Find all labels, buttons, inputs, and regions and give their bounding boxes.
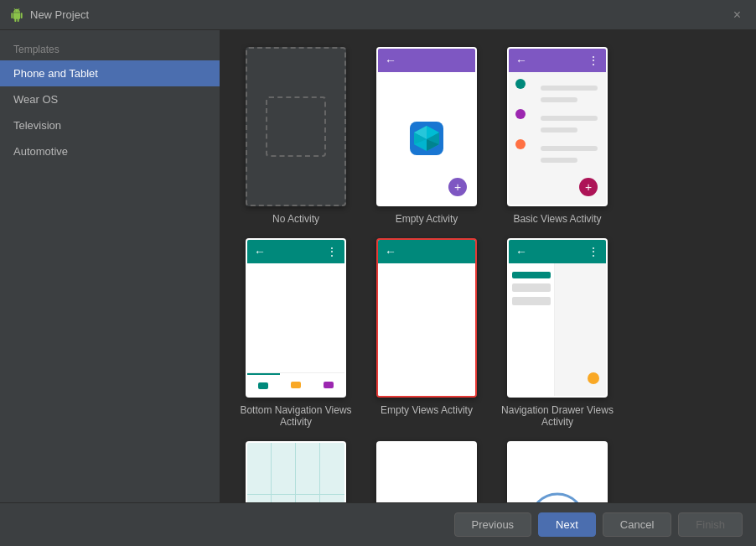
list-row-2 bbox=[509, 102, 606, 133]
bottom-nav-item-3 bbox=[312, 373, 344, 396]
bottom-nav-item-1 bbox=[247, 373, 280, 396]
template-game[interactable]: Game Activity bbox=[368, 441, 485, 502]
list-line-3 bbox=[541, 116, 598, 121]
nav-dot-1 bbox=[258, 382, 268, 389]
template-name-empty-activity: Empty Activity bbox=[396, 213, 458, 225]
footer: Previous Next Cancel Finish bbox=[0, 502, 756, 546]
phone-body-empty-views bbox=[378, 263, 475, 396]
cpp-logo-icon: C++ + + bbox=[528, 491, 587, 502]
svg-point-18 bbox=[531, 494, 584, 502]
window-title: New Project bbox=[30, 8, 728, 21]
next-button[interactable]: Next bbox=[538, 512, 596, 537]
cancel-button[interactable]: Cancel bbox=[603, 512, 671, 537]
sidebar-item-automotive[interactable]: Automotive bbox=[0, 138, 220, 164]
template-preview-bottom-nav: ← ⋮ bbox=[246, 238, 346, 398]
template-preview-cpp: C++ + + bbox=[507, 441, 608, 502]
template-grid: No Activity ← bbox=[220, 30, 756, 502]
template-preview-nav-drawer: ← ⋮ bbox=[507, 238, 608, 398]
list-line-5 bbox=[541, 146, 598, 151]
back-arrow-icon-3: ← bbox=[254, 245, 266, 258]
template-name-no-activity: No Activity bbox=[272, 213, 319, 225]
bottom-nav-item-2 bbox=[280, 373, 313, 396]
template-name-bottom-nav: Bottom Navigation Views Activity bbox=[237, 404, 355, 428]
sidebar-item-television[interactable]: Television bbox=[0, 112, 220, 138]
no-activity-box bbox=[266, 96, 326, 157]
template-no-activity[interactable]: No Activity bbox=[237, 47, 355, 225]
drawer-fab bbox=[588, 372, 599, 384]
phone-body-bottom-nav bbox=[247, 263, 344, 396]
template-chart[interactable]: Activity Chart bbox=[237, 441, 355, 502]
phone-body-basic-views: + bbox=[509, 72, 606, 205]
phone-header-empty-views: ← bbox=[378, 240, 475, 263]
three-dots-icon-2: ⋮ bbox=[326, 245, 338, 258]
list-circle-3 bbox=[515, 139, 526, 149]
phone-header-empty-activity: ← bbox=[378, 49, 475, 72]
sidebar-section-label: Templates bbox=[0, 37, 220, 60]
back-arrow-icon-5: ← bbox=[515, 245, 527, 258]
drawer-overlay bbox=[509, 263, 555, 396]
empty-activity-fab: + bbox=[448, 178, 467, 196]
nav-dot-2 bbox=[291, 382, 301, 388]
basic-views-fab: + bbox=[579, 178, 598, 196]
template-empty-activity[interactable]: ← + Empty Activ bbox=[368, 47, 485, 225]
list-circle-2 bbox=[515, 109, 526, 119]
titlebar: New Project × bbox=[0, 0, 756, 30]
sidebar: Templates Phone and Tablet Wear OS Telev… bbox=[0, 30, 220, 502]
list-line-1 bbox=[541, 86, 598, 91]
phone-header-nav-drawer: ← ⋮ bbox=[509, 240, 606, 263]
list-circle-1 bbox=[515, 79, 526, 89]
android-icon bbox=[10, 8, 23, 22]
android-cube-logo bbox=[406, 117, 448, 159]
sidebar-item-wear-os[interactable]: Wear OS bbox=[0, 86, 220, 112]
three-dots-icon-3: ⋮ bbox=[588, 245, 599, 258]
phone-header-basic-views: ← ⋮ bbox=[509, 49, 606, 72]
previous-button[interactable]: Previous bbox=[454, 512, 532, 537]
list-line-6 bbox=[541, 158, 577, 163]
template-cpp[interactable]: C++ + + Native C++ bbox=[499, 441, 616, 502]
template-nav-drawer[interactable]: ← ⋮ Navigation Drawer Views Activity bbox=[499, 238, 616, 428]
template-preview-game bbox=[376, 441, 477, 502]
bottom-nav-bar bbox=[247, 372, 344, 396]
chart-body bbox=[247, 443, 344, 502]
game-controller-icon bbox=[397, 500, 456, 502]
list-row-1 bbox=[509, 72, 606, 102]
phone-body-nav-drawer bbox=[509, 263, 606, 396]
template-preview-chart bbox=[246, 441, 346, 502]
drawer-item-3 bbox=[512, 297, 551, 305]
template-preview-empty-activity: ← + bbox=[376, 47, 477, 206]
sidebar-item-phone-tablet[interactable]: Phone and Tablet bbox=[0, 60, 220, 86]
main-content: Templates Phone and Tablet Wear OS Telev… bbox=[0, 30, 756, 502]
back-arrow-icon: ← bbox=[385, 54, 396, 67]
finish-button[interactable]: Finish bbox=[678, 512, 743, 537]
three-dots-icon: ⋮ bbox=[588, 54, 599, 67]
template-preview-empty-views: ← bbox=[376, 238, 477, 398]
template-preview-basic-views: ← ⋮ bbox=[507, 47, 608, 206]
drawer-item-1 bbox=[512, 272, 551, 278]
phone-header-bottom-nav: ← ⋮ bbox=[247, 240, 344, 263]
back-arrow-icon-2: ← bbox=[515, 54, 527, 67]
template-name-nav-drawer: Navigation Drawer Views Activity bbox=[499, 404, 616, 428]
template-preview-no-activity bbox=[246, 47, 346, 206]
template-empty-views[interactable]: ← Empty Views Activity bbox=[368, 238, 485, 428]
list-row-3 bbox=[509, 133, 606, 163]
template-bottom-nav[interactable]: ← ⋮ B bbox=[237, 238, 355, 428]
template-name-empty-views: Empty Views Activity bbox=[381, 404, 473, 416]
close-button[interactable]: × bbox=[728, 6, 746, 24]
template-basic-views[interactable]: ← ⋮ bbox=[499, 47, 616, 225]
drawer-item-2 bbox=[512, 283, 551, 292]
back-arrow-icon-4: ← bbox=[385, 245, 396, 258]
nav-dot-3 bbox=[324, 382, 334, 388]
template-name-basic-views: Basic Views Activity bbox=[513, 213, 601, 225]
